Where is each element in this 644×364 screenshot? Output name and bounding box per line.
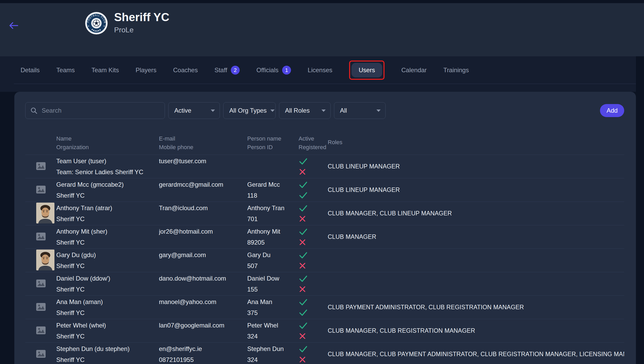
user-mobile [159, 333, 247, 340]
tab-trainings[interactable]: Trainings [443, 66, 469, 74]
user-email: tuser@tuser.com [159, 157, 247, 165]
image-placeholder-icon [36, 303, 46, 312]
table-row[interactable]: Gary Du (gdu) Sheriff YC gary@gmail.com … [25, 248, 624, 272]
user-organization: Team: Senior Ladies Sheriff YC [56, 168, 159, 176]
table-row[interactable]: Anthony Tran (atrar) Sheriff YC Tran@icl… [25, 202, 624, 225]
col-header-email: E-mail [159, 136, 247, 142]
tab-details[interactable]: Details [21, 66, 40, 74]
person-id: 375 [247, 309, 299, 317]
add-user-button[interactable]: Add [600, 104, 624, 117]
tab-users[interactable]: Users [351, 63, 382, 77]
table-row[interactable]: Peter Whel (wheł) Sheriff YC lan07@googl… [25, 319, 624, 342]
tab-bar: DetailsTeamsTeam KitsPlayersCoachesStaff… [21, 56, 469, 84]
table-row[interactable]: Gerard Mcc (gmccabe2) Sheriff YC gerardm… [25, 178, 624, 202]
user-organization: Sheriff YC [56, 239, 159, 246]
user-name: Gerard Mcc (gmccabe2) [56, 181, 159, 188]
check-icon [299, 205, 328, 212]
tab-officials[interactable]: Officials1 [256, 66, 291, 75]
col-header-person-id: Person ID [247, 144, 299, 150]
user-organization: Sheriff YC [56, 309, 159, 317]
person-name: Daniel Dow [247, 275, 299, 282]
user-roles: CLUB LINEUP MANAGER [328, 178, 624, 202]
user-mobile [159, 192, 247, 199]
col-header-organization: Organization [56, 144, 159, 150]
check-icon [299, 346, 328, 353]
person-id: 507 [247, 262, 299, 270]
person-id: 118 [247, 192, 299, 199]
arrow-left-icon [8, 21, 19, 30]
user-roles: CLUB MANAGER, CLUB REGISTRATION MANAGER [328, 319, 624, 342]
tab-label: Details [21, 66, 40, 74]
tab-label: Licenses [308, 66, 332, 74]
user-roles [328, 249, 624, 272]
user-roles: CLUB LINEUP MANAGER [328, 155, 624, 178]
cross-icon [299, 333, 328, 339]
club-users-page: FOOTBALL CLUB Sheriff YC ProLe DetailsTe… [0, 0, 644, 364]
tab-licenses[interactable]: Licenses [308, 66, 332, 74]
person-name: Gary Du [247, 251, 299, 259]
search-input[interactable] [41, 107, 160, 114]
users-table: Team User (tuser) Team: Senior Ladies Sh… [25, 155, 624, 364]
user-email: manoel@yahoo.com [159, 298, 247, 306]
check-icon [299, 322, 328, 329]
user-mobile [159, 309, 247, 317]
search-box[interactable] [25, 102, 165, 119]
tab-teams[interactable]: Teams [56, 66, 75, 74]
user-mobile: 0872101955 [159, 356, 247, 363]
col-header-mobile: Mobile phone [159, 144, 247, 150]
user-name: Anthony Mit (sher) [56, 228, 159, 235]
user-name: Stephen Dun (du stephen) [56, 345, 159, 353]
tab-label: Users [359, 66, 375, 74]
page-title: Sheriff YC [114, 11, 169, 23]
user-name: Team User (tuser) [56, 157, 159, 165]
image-placeholder-icon [36, 233, 46, 241]
table-row[interactable]: Ana Man (aman) Sheriff YC manoel@yahoo.c… [25, 295, 624, 319]
table-row[interactable]: Team User (tuser) Team: Senior Ladies Sh… [25, 155, 624, 178]
org-type-filter-select[interactable]: All Org Types [223, 102, 276, 119]
users-panel: Active All Org Types All Roles All Add N… [14, 92, 636, 364]
cross-icon [299, 215, 328, 222]
person-name: Gerard Mcc [247, 181, 299, 188]
status-filter-select[interactable]: Active [168, 102, 220, 119]
table-header: Name Organization E-mail Mobile phone Pe… [25, 119, 624, 155]
col-header-registered: Registered [299, 144, 328, 150]
cross-icon [299, 356, 328, 363]
user-email: Tran@icloud.com [159, 204, 247, 212]
user-mobile [159, 239, 247, 246]
scope-filter-select[interactable]: All [334, 102, 386, 119]
back-button[interactable] [8, 20, 19, 31]
user-organization: Sheriff YC [56, 262, 159, 270]
user-email: gary@gmail.com [159, 251, 247, 259]
filter-bar: Active All Org Types All Roles All Add [25, 102, 624, 119]
table-row[interactable]: Daniel Dow (ddow') Sheriff YC dano.dow@h… [25, 272, 624, 295]
tab-label: Trainings [443, 66, 469, 74]
tab-team-kits[interactable]: Team Kits [91, 66, 119, 74]
tab-players[interactable]: Players [135, 66, 156, 74]
count-badge: 1 [282, 66, 291, 75]
tab-label: Players [135, 66, 156, 74]
search-icon [30, 107, 38, 114]
user-name: Daniel Dow (ddow') [56, 275, 159, 282]
person-id: 324 [247, 356, 299, 363]
tab-staff[interactable]: Staff2 [214, 66, 240, 75]
user-name: Ana Man (aman) [56, 298, 159, 306]
count-badge: 2 [231, 66, 240, 75]
user-roles: CLUB MANAGER [328, 225, 624, 248]
table-row[interactable]: Anthony Mit (sher) Sheriff YC jor26@hotm… [25, 225, 624, 248]
user-email: en@sheriffyc.ie [159, 345, 247, 353]
tab-coaches[interactable]: Coaches [173, 66, 198, 74]
role-filter-select[interactable]: All Roles [279, 102, 331, 119]
table-row[interactable]: Stephen Dun (du stephen) Sheriff YC en@s… [25, 342, 624, 364]
user-name: Gary Du (gdu) [56, 251, 159, 259]
person-name: Anthony Tran [247, 204, 299, 212]
cross-icon [299, 168, 328, 175]
check-icon [299, 309, 328, 316]
col-header-name: Name [56, 136, 159, 142]
image-placeholder-icon [36, 280, 46, 288]
club-logo-icon: FOOTBALL CLUB [85, 12, 108, 36]
cross-icon [299, 262, 328, 269]
tab-label: Staff [214, 66, 227, 74]
check-icon [299, 192, 328, 199]
tab-calendar[interactable]: Calendar [401, 66, 426, 74]
user-email: lan07@googlemail.com [159, 322, 247, 329]
